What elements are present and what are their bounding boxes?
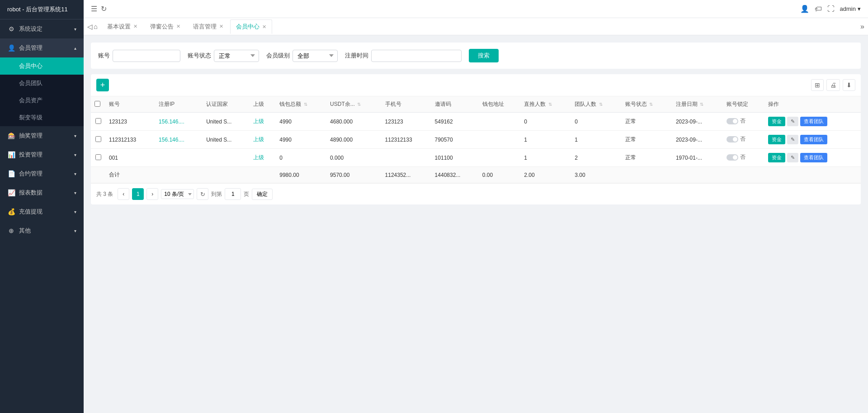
row-team-2: 1 [571,131,622,149]
sidebar-item-system[interactable]: ⚙ 系统设定 ▾ [0,19,84,38]
tab-member-center[interactable]: 会员中心 ✕ [230,19,272,34]
sort-team-icon[interactable]: ⇅ [599,102,603,107]
tab-basic-settings[interactable]: 基本设置 ✕ [101,19,143,34]
chevron-down-icon: ▾ [74,190,76,195]
avatar-icon[interactable]: 👤 [800,5,809,13]
sort-status-icon[interactable]: ⇅ [649,102,653,107]
parent-link-2[interactable]: 上级 [253,136,264,142]
row-team-1: 0 [571,113,622,131]
parent-link-3[interactable]: 上级 [253,154,264,161]
system-icon: ⚙ [7,25,15,33]
row-phone-1: 123123 [382,113,431,131]
th-reg-date: 注册日期 ⇅ [672,96,723,113]
lock-toggle-1[interactable]: 否 [726,117,745,125]
status-select[interactable]: 全部 正常 禁用 [214,50,259,62]
tag-icon[interactable]: 🏷 [815,5,822,13]
member-icon: 👤 [7,44,15,52]
sidebar-item-member[interactable]: 👤 会员管理 ▴ [0,38,84,57]
sidebar-item-recharge[interactable]: 💰 充值提现 ▾ [0,202,84,221]
row-status-1: 正常 [622,113,672,131]
goto-confirm-btn[interactable]: 确定 [252,189,273,200]
op-actions-2: 资金 ✎ 查看团队 [768,135,857,144]
sort-date-icon[interactable]: ⇅ [700,102,703,107]
total-empty-8 [764,167,861,183]
download-icon[interactable]: ⬇ [843,79,855,91]
lock-toggle-2[interactable]: 否 [726,135,745,143]
row-op-3: 资金 ✎ 查看团队 [764,149,861,167]
menu-toggle-icon[interactable]: ☰ [91,5,97,13]
table-row: 001 上级 0 0.000 101100 1 2 正常 [91,149,861,167]
grid-view-icon[interactable]: ⊞ [811,79,824,91]
sidebar-item-fission-level[interactable]: 裂变等级 [0,109,84,126]
row-usdt-1: 4680.000 [326,113,382,131]
fullscreen-icon[interactable]: ⛶ [827,5,835,13]
asset-btn-3[interactable]: 资金 [768,153,785,162]
sidebar-label-other: 其他 [19,227,74,235]
tab-close-member-center[interactable]: ✕ [262,24,266,30]
total-empty-7 [723,167,765,183]
sidebar-item-report[interactable]: 📈 报表数据 ▾ [0,183,84,202]
team-btn-3[interactable]: 查看团队 [800,153,827,162]
page-size-select[interactable]: 10 条/页 20 条/页 50 条/页 [161,189,194,199]
sidebar-item-contract[interactable]: 📄 合约管理 ▾ [0,164,84,183]
row-wallet-addr-3 [479,149,521,167]
row-wallet-total-1: 4990 [276,113,326,131]
sidebar-item-member-team[interactable]: 会员团队 [0,75,84,92]
row-parent-2: 上级 [250,131,276,149]
admin-button[interactable]: admin ▾ [840,5,861,12]
total-direct: 2.00 [520,167,571,183]
content-area: 账号 账号状态 全部 正常 禁用 会员级别 全部 普通 VIP1 VIP2 [84,35,868,413]
tab-close-basic[interactable]: ✕ [133,24,137,29]
edit-btn-3[interactable]: ✎ [787,153,798,162]
print-icon[interactable]: 🖨 [826,79,840,91]
select-all-checkbox[interactable] [94,101,100,107]
team-btn-2[interactable]: 查看团队 [800,135,827,144]
edit-btn-2[interactable]: ✎ [787,135,798,144]
search-button[interactable]: 搜索 [469,49,499,62]
th-operation: 操作 [764,96,861,113]
row-date-2: 2023-09-... [672,131,723,149]
asset-btn-2[interactable]: 资金 [768,135,785,144]
reg-time-input[interactable] [371,50,462,62]
tabs-more-icon[interactable]: » [860,23,864,31]
refresh-icon[interactable]: ↻ [101,5,107,13]
topbar-left: ☰ ↻ [91,5,107,13]
th-team-count: 团队人数 ⇅ [571,96,622,113]
parent-link-1[interactable]: 上级 [253,118,264,124]
tab-language[interactable]: 语言管理 ✕ [187,19,229,34]
team-btn-1[interactable]: 查看团队 [800,117,827,126]
th-reg-ip: 注册IP [155,96,203,113]
sidebar-item-member-assets[interactable]: 会员资产 [0,92,84,109]
lock-toggle-3[interactable]: 否 [726,153,745,161]
sort-usdt-icon[interactable]: ⇅ [357,102,361,107]
account-input[interactable] [113,50,180,62]
page-1-btn[interactable]: 1 [132,188,144,200]
pagination-refresh-btn[interactable]: ↻ [197,188,208,200]
sidebar-item-other[interactable]: ⊕ 其他 ▾ [0,221,84,240]
row-select-1[interactable] [95,118,101,124]
row-select-3[interactable] [95,154,101,160]
sort-direct-icon[interactable]: ⇅ [548,102,552,107]
sidebar-item-member-center[interactable]: 会员中心 [0,57,84,75]
level-select[interactable]: 全部 普通 VIP1 VIP2 [292,50,338,62]
sort-wallet-icon[interactable]: ⇅ [304,102,307,107]
tab-popup-notice[interactable]: 弹窗公告 ✕ [144,19,186,34]
next-page-btn[interactable]: › [146,188,158,200]
tab-close-language[interactable]: ✕ [219,24,223,29]
edit-btn-1[interactable]: ✎ [787,117,798,126]
tab-close-popup[interactable]: ✕ [176,24,180,29]
other-icon: ⊕ [7,227,15,235]
tab-home-icon[interactable]: ◁ [87,23,93,31]
sidebar-item-lottery[interactable]: 🎰 抽奖管理 ▾ [0,126,84,145]
sidebar-item-invest[interactable]: 📊 投资管理 ▾ [0,145,84,164]
add-button[interactable]: + [96,79,109,91]
tabs-bar: ◁ ⌂ 基本设置 ✕ 弹窗公告 ✕ 语言管理 ✕ 会员中心 ✕ » [84,18,868,35]
goto-input[interactable] [225,188,241,200]
tab-home-btn[interactable]: ⌂ [94,23,98,30]
row-select-2[interactable] [95,136,101,142]
asset-btn-1[interactable]: 资金 [768,117,785,126]
prev-page-btn[interactable]: ‹ [118,188,129,200]
row-direct-1: 0 [520,113,571,131]
total-usdt: 9570.00 [326,167,382,183]
row-op-2: 资金 ✎ 查看团队 [764,131,861,149]
